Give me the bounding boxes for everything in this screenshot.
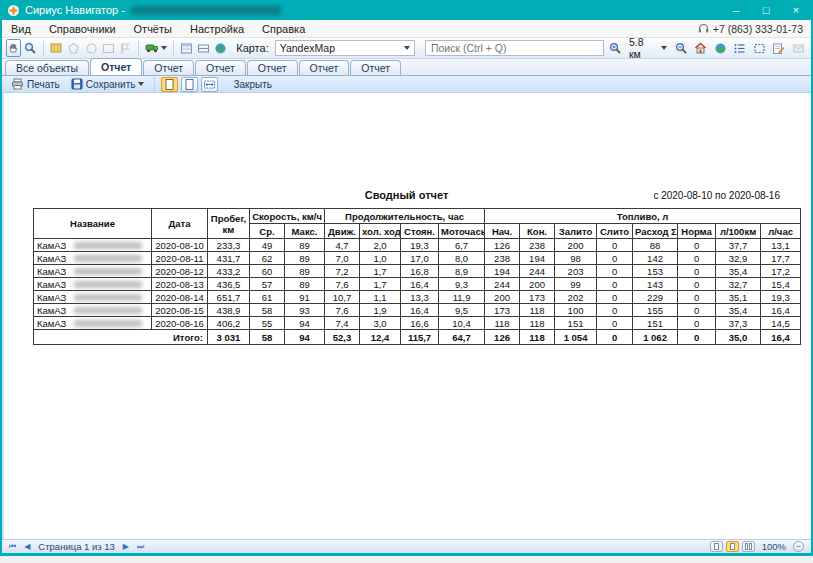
totals-value-cell: 0 [597, 330, 633, 345]
home-button[interactable] [692, 39, 709, 57]
plate-redacted [74, 307, 142, 314]
totals-value-cell: 16,4 [761, 330, 801, 345]
flag-icon [119, 42, 132, 55]
date-cell: 2020-08-14 [152, 291, 208, 304]
status-bar: ⏮ ◀ Страница 1 из 13 ▶ ⏭ 100% − [2, 539, 811, 553]
polygon-tool-button[interactable] [66, 39, 81, 57]
map-select[interactable]: YandexMap [275, 40, 415, 56]
globe-icon [214, 42, 227, 55]
main-toolbar: Карта: YandexMap 5.8 км [2, 38, 811, 59]
rectangle-icon [102, 42, 115, 55]
close-button[interactable]: × [781, 0, 811, 20]
rectangle-tool-button[interactable] [101, 39, 116, 57]
list-view-button[interactable] [731, 39, 748, 57]
close-report-button[interactable]: Закрыть [229, 77, 276, 92]
value-cell: 17,2 [761, 265, 801, 278]
column-header: Нач. [485, 224, 520, 239]
window-title: Сириус Навигатор - [25, 4, 125, 16]
full-page-view-button[interactable] [181, 77, 198, 92]
page-view-button[interactable] [161, 77, 178, 92]
report-tab[interactable]: Отчет [195, 60, 246, 75]
select-area-button[interactable] [751, 39, 768, 57]
view-mode-facing-button[interactable] [742, 541, 755, 552]
fit-width-view-button[interactable] [201, 77, 218, 92]
value-cell: 173 [485, 304, 520, 317]
value-cell: 0 [597, 317, 633, 330]
chevron-down-icon [404, 46, 410, 50]
menu-item[interactable]: Справка [253, 20, 314, 37]
value-cell: 203 [555, 265, 597, 278]
view-mode-continuous-button[interactable] [726, 541, 739, 552]
prev-page-button[interactable]: ◀ [20, 542, 34, 551]
panel-grid-button[interactable] [179, 39, 194, 57]
zoom-in-button[interactable] [606, 39, 623, 57]
value-cell: 194 [485, 265, 520, 278]
panel-split-button[interactable] [196, 39, 211, 57]
report-canvas: Сводный отчет с 2020-08-10 по 2020-08-16… [2, 93, 811, 539]
value-cell: 93 [285, 304, 325, 317]
value-cell: 16,4 [401, 278, 439, 291]
totals-value-cell: 94 [285, 330, 325, 345]
edit-note-button[interactable] [770, 39, 787, 57]
chevron-down-icon[interactable] [661, 46, 667, 50]
totals-value-cell: 115,7 [401, 330, 439, 345]
panel-grid-icon [180, 42, 193, 55]
menu-item[interactable]: Вид [2, 20, 40, 37]
column-group-header: Дата [152, 209, 208, 239]
minimize-button[interactable]: – [721, 0, 751, 20]
map-edit-button[interactable] [49, 39, 64, 57]
value-cell: 61 [250, 291, 285, 304]
view-mode-single-button[interactable] [710, 541, 723, 552]
value-cell: 1,7 [360, 265, 401, 278]
circle-icon [85, 42, 98, 55]
value-cell: 200 [555, 239, 597, 252]
menu-item[interactable]: Справочники [40, 20, 125, 37]
hand-tool-button[interactable] [6, 39, 21, 57]
value-cell: 16,4 [761, 304, 801, 317]
search-input[interactable] [425, 40, 604, 56]
report-tab[interactable]: Отчет [90, 58, 142, 75]
world-map-button[interactable] [712, 39, 729, 57]
zoom-out-slider-button[interactable]: − [793, 541, 804, 552]
last-page-button[interactable]: ⏭ [133, 542, 148, 552]
save-button[interactable]: Сохранить [67, 77, 149, 92]
app-logo-icon [7, 4, 20, 17]
value-cell: 4,7 [325, 239, 360, 252]
value-cell: 1,9 [360, 304, 401, 317]
next-page-button[interactable]: ▶ [119, 542, 133, 551]
circle-tool-button[interactable] [84, 39, 99, 57]
value-cell: 7,0 [325, 252, 360, 265]
globe-tool-button[interactable] [213, 39, 228, 57]
message-button[interactable] [790, 39, 807, 57]
report-tab[interactable]: Отчет [299, 60, 350, 75]
vehicle-name-cell: КамАЗ [34, 265, 152, 278]
value-cell: 1,7 [360, 278, 401, 291]
report-tab[interactable]: Отчет [143, 60, 194, 75]
report-tab[interactable]: Отчет [350, 60, 401, 75]
facing-pages-icon [745, 543, 748, 550]
zoom-select-button[interactable] [23, 39, 38, 57]
value-cell: 0 [597, 265, 633, 278]
maximize-button[interactable]: □ [751, 0, 781, 20]
column-header: Слито [597, 224, 633, 239]
flag-tool-button[interactable] [118, 39, 133, 57]
report-tab[interactable]: Отчет [247, 60, 298, 75]
report-toolbar: Печать Сохранить [2, 76, 811, 93]
zoom-out-button[interactable] [673, 39, 690, 57]
value-cell: 651,7 [208, 291, 250, 304]
column-header: л/100км [716, 224, 761, 239]
print-button[interactable]: Печать [7, 77, 64, 92]
column-header: Ср. [250, 224, 285, 239]
value-cell: 118 [520, 304, 555, 317]
report-tab[interactable]: Все объекты [5, 60, 89, 75]
value-cell: 155 [633, 304, 678, 317]
column-group-header: Пробег, км [208, 209, 250, 239]
value-cell: 89 [285, 265, 325, 278]
vehicle-menu-button[interactable] [144, 39, 168, 57]
menu-item[interactable]: Отчёты [125, 20, 181, 37]
menu-item[interactable]: Настройка [181, 20, 253, 37]
value-cell: 7,6 [325, 304, 360, 317]
value-cell: 6,7 [439, 239, 485, 252]
table-row: КамАЗ2020-08-14651,7619110,71,113,311,92… [34, 291, 801, 304]
first-page-button[interactable]: ⏮ [5, 542, 20, 552]
